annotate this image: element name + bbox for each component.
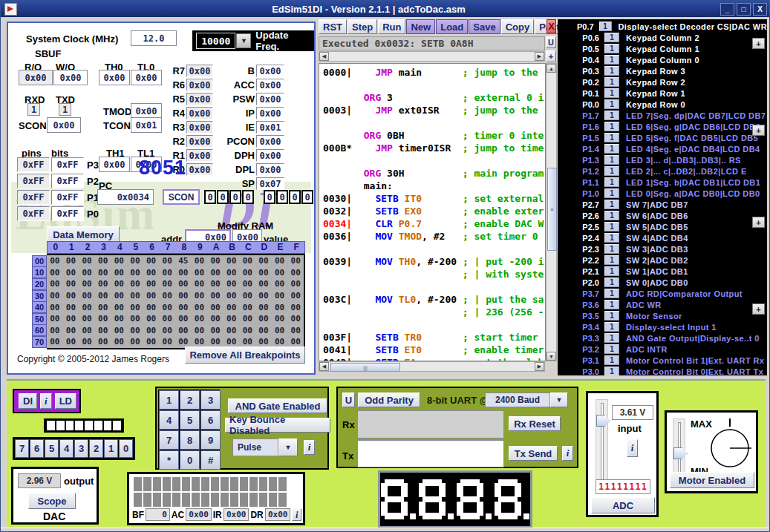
memory-cell[interactable]: 00 (272, 291, 288, 301)
memory-cell[interactable]: 00 (255, 256, 272, 266)
sfr-value-field[interactable]: 0x00 (256, 65, 284, 77)
port-bits-field[interactable]: 0xFF (51, 174, 84, 188)
memory-cell[interactable]: 00 (79, 291, 95, 301)
memory-cell[interactable]: 00 (272, 256, 288, 266)
sfr-value-field[interactable]: 0x00 (256, 149, 284, 162)
memory-cell[interactable]: 00 (143, 291, 160, 301)
assembly-code-listing[interactable]: 0000| JMP main ; jump to the ORG 3 ; ext… (319, 63, 546, 361)
code-line[interactable] (323, 281, 545, 294)
and-gate-button[interactable]: AND Gate Enabled (228, 398, 327, 413)
adc-info-button[interactable]: i (627, 439, 638, 457)
minimize-button[interactable]: _ (720, 3, 734, 16)
memory-cell[interactable]: 00 (79, 256, 95, 266)
register-value-field[interactable]: 0x00 (186, 121, 213, 134)
memory-cell[interactable]: 00 (111, 291, 128, 301)
memory-cell[interactable]: 00 (272, 326, 288, 335)
port-pin-toggle-button[interactable]: 1 (604, 355, 619, 365)
port-pins-field[interactable]: 0xFF (17, 174, 50, 188)
port-bits-field[interactable]: 0xFF (51, 206, 84, 221)
txd-field[interactable]: 1 (59, 103, 71, 116)
port-bits-field[interactable]: 0xFF (51, 190, 84, 205)
scope-button[interactable]: Scope (28, 493, 76, 509)
maximize-button[interactable]: □ (737, 3, 751, 16)
toolbar-load-button[interactable]: Load (436, 19, 468, 34)
sfr-value-field[interactable]: 0x00 (256, 107, 284, 119)
memory-cell[interactable]: 00 (272, 268, 288, 278)
memory-cell[interactable]: 00 (207, 314, 224, 324)
memory-cell[interactable]: 00 (63, 279, 79, 289)
port-pin-toggle-button[interactable]: 1 (604, 211, 619, 220)
memory-cell[interactable]: 00 (240, 268, 256, 278)
memory-cell[interactable]: 00 (63, 291, 79, 301)
keypad-key-0[interactable]: 0 (180, 450, 200, 470)
port-pin-toggle-button[interactable]: 1 (604, 322, 619, 332)
baud-dropdown-arrow[interactable]: ▼ (550, 393, 568, 407)
pulse-dropdown-arrow[interactable]: ▼ (278, 439, 298, 456)
memory-cell[interactable]: 00 (127, 279, 143, 289)
memory-cell[interactable]: 00 (224, 337, 240, 347)
uart-toggle-button[interactable]: U (546, 36, 556, 48)
memory-cell[interactable]: 00 (272, 279, 288, 289)
memory-cell[interactable]: 00 (272, 314, 288, 324)
memory-cell[interactable]: 00 (192, 268, 208, 278)
memory-cell[interactable]: 00 (287, 279, 304, 289)
memory-cell[interactable]: 00 (159, 291, 175, 301)
memory-cell[interactable]: 00 (95, 337, 111, 347)
memory-cell[interactable]: 00 (127, 256, 143, 266)
memory-cell[interactable]: 00 (255, 326, 272, 335)
memory-cell[interactable]: 00 (95, 291, 111, 301)
scon-bits-label[interactable]: SCON (163, 189, 200, 205)
port-pin-toggle-button[interactable]: 1 (604, 166, 619, 176)
keypad-key-hash[interactable]: # (200, 450, 221, 470)
memory-cell[interactable]: 00 (175, 314, 192, 324)
scon-bit-field[interactable]: 0 (217, 190, 229, 204)
memory-cell[interactable]: 00 (207, 256, 224, 266)
memory-cell[interactable]: 00 (143, 314, 160, 324)
memory-cell[interactable]: 00 (224, 268, 240, 278)
toolbar-rst-button[interactable]: RST (319, 19, 347, 34)
display-select-button-4[interactable]: 4 (59, 439, 74, 458)
memory-cell[interactable]: 00 (79, 279, 95, 289)
display-mode-ld-button[interactable]: LD (55, 393, 76, 409)
code-line[interactable] (323, 319, 545, 332)
memory-cell[interactable]: 00 (175, 303, 192, 312)
memory-cell[interactable]: 00 (240, 326, 256, 335)
lcd-info-button[interactable]: i (292, 508, 301, 521)
uart-info-button[interactable]: i (562, 446, 573, 461)
memory-cell[interactable]: 00 (111, 337, 128, 347)
display-mode-info-button[interactable]: i (40, 393, 52, 409)
code-vertical-scrollbar[interactable]: ▲ ▼ ≡ (546, 63, 557, 361)
memory-cell[interactable]: 00 (95, 326, 111, 335)
memory-cell[interactable]: 00 (287, 326, 304, 335)
memory-cell[interactable]: 00 (192, 303, 208, 312)
memory-cell[interactable]: 00 (240, 291, 256, 301)
memory-cell[interactable]: 00 (255, 291, 272, 301)
register-value-field[interactable]: 0x00 (186, 107, 213, 119)
port-pin-toggle-button[interactable]: 1 (604, 344, 619, 354)
memory-cell[interactable]: 00 (240, 337, 256, 347)
memory-cell[interactable]: 00 (224, 279, 240, 289)
memory-cell[interactable]: 00 (207, 326, 224, 335)
port-pin-toggle-button[interactable]: 1 (604, 233, 619, 243)
port-pin-toggle-button[interactable]: 1 (604, 188, 619, 198)
memory-cell[interactable]: 00 (63, 326, 79, 335)
scroll-right-icon[interactable]: ▶ (535, 362, 544, 371)
tmod-field[interactable]: 0x00 (131, 103, 162, 119)
register-value-field[interactable]: 0x00 (186, 149, 213, 162)
tcon-field[interactable]: 0x01 (131, 117, 162, 133)
toolbar-new-button[interactable]: New (406, 19, 435, 34)
tx-send-button[interactable]: Tx Send (509, 446, 558, 461)
port-pin-toggle-button[interactable]: 1 (604, 133, 619, 142)
editor-close-button[interactable]: X (546, 19, 556, 33)
expand-port1-button[interactable]: + (752, 125, 765, 136)
memory-cell[interactable]: 45 (175, 256, 192, 266)
code-line[interactable]: ; | with syste (323, 269, 545, 281)
memory-cell[interactable]: 00 (159, 337, 175, 347)
memory-cell[interactable]: 00 (287, 291, 304, 301)
port-pin-toggle-button[interactable]: 1 (604, 289, 619, 298)
th1-field[interactable]: 0x00 (99, 157, 130, 172)
memory-cell[interactable]: 00 (143, 256, 160, 266)
keypad-key-8[interactable]: 8 (180, 430, 200, 450)
memory-cell[interactable]: 00 (159, 256, 175, 266)
memory-cell[interactable]: 00 (175, 337, 192, 347)
